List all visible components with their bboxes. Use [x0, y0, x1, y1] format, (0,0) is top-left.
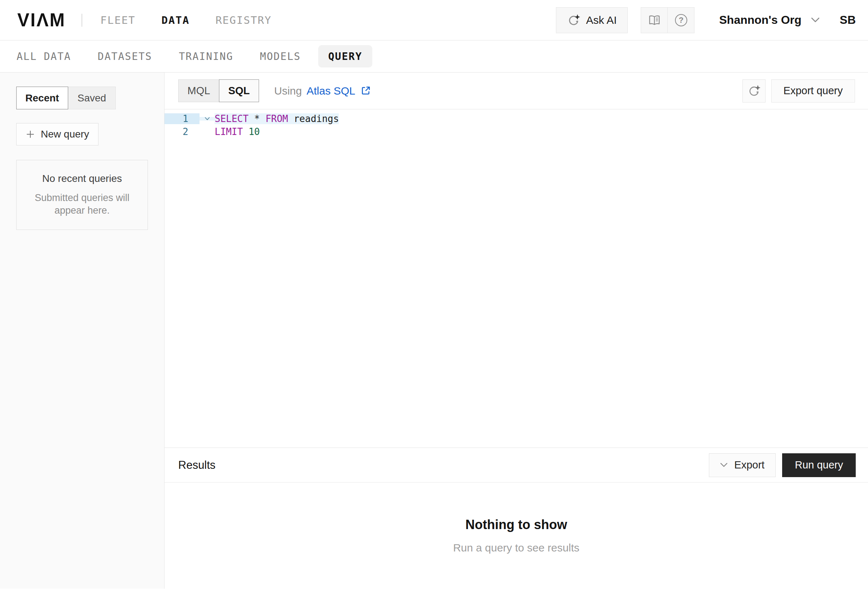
export-query-button[interactable]: Export query: [771, 79, 855, 102]
using-label: Using: [274, 85, 302, 97]
editor-toolbar-right: Export query: [743, 79, 855, 102]
ai-assist-button[interactable]: [743, 79, 766, 102]
line-number: 1: [164, 113, 199, 124]
chevron-down-icon: [811, 17, 820, 23]
tab-recent[interactable]: Recent: [16, 87, 68, 110]
mode-tab-sql[interactable]: SQL: [219, 79, 259, 102]
results-actions: Export Run query: [709, 453, 856, 477]
sql-code-editor[interactable]: 1 SELECT * FROM readings 2 LIMIT 10: [164, 109, 868, 447]
sidebar-tabs: Recent Saved: [16, 87, 148, 110]
plus-icon: [26, 130, 35, 139]
external-link-icon: [360, 85, 371, 96]
subnav-item-datasets[interactable]: DATASETS: [98, 50, 152, 62]
book-icon: [648, 14, 661, 27]
using-atlas-sql: Using Atlas SQL: [274, 85, 371, 97]
code-line-1[interactable]: 1 SELECT * FROM readings: [164, 112, 868, 125]
org-switcher[interactable]: Shannon's Org: [719, 13, 819, 27]
topnav-links: FLEET DATA REGISTRY: [100, 14, 272, 26]
subnav-item-all-data[interactable]: ALL DATA: [16, 50, 71, 62]
top-nav: VIΛM FLEET DATA REGISTRY Ask AI: [0, 0, 868, 40]
help-icon: ?: [675, 14, 687, 26]
run-query-button[interactable]: Run query: [782, 453, 856, 477]
editor-toolbar: MQL SQL Using Atlas SQL: [164, 73, 868, 109]
results-empty-subtitle: Run a query to see results: [453, 542, 579, 554]
query-sidebar: Recent Saved New query No recent queries…: [0, 73, 164, 589]
subnav-item-training[interactable]: TRAINING: [179, 50, 233, 62]
results-empty-title: Nothing to show: [465, 517, 567, 532]
topnav-item-fleet[interactable]: FLEET: [100, 14, 135, 26]
atlas-sql-link-label: Atlas SQL: [307, 85, 355, 97]
data-subnav: ALL DATA DATASETS TRAINING MODELS QUERY: [0, 40, 868, 73]
subnav-item-models[interactable]: MODELS: [260, 50, 301, 62]
subnav-item-query[interactable]: QUERY: [318, 45, 372, 68]
ask-ai-button[interactable]: Ask AI: [556, 7, 628, 33]
ai-sparkle-icon: [567, 14, 580, 27]
ai-sparkle-icon: [747, 84, 760, 98]
export-results-button[interactable]: Export: [709, 453, 776, 477]
help-icon-group: ?: [641, 7, 694, 33]
code-line-2[interactable]: 2 LIMIT 10: [164, 125, 868, 138]
results-empty-state: Nothing to show Run a query to see resul…: [164, 482, 868, 589]
new-query-label: New query: [41, 129, 89, 140]
topnav-item-registry[interactable]: REGISTRY: [216, 14, 272, 26]
viam-logo[interactable]: VIΛM: [17, 9, 66, 31]
user-avatar[interactable]: SB: [840, 13, 856, 27]
mode-tab-mql[interactable]: MQL: [178, 79, 219, 102]
results-header: Results Export Run query: [164, 447, 868, 482]
chevron-down-icon: [720, 463, 728, 468]
docs-button[interactable]: [641, 7, 667, 33]
empty-state-subtitle: Submitted queries will appear here.: [27, 192, 137, 217]
code-text: SELECT * FROM readings: [215, 113, 339, 124]
tab-saved[interactable]: Saved: [68, 87, 116, 110]
new-query-button[interactable]: New query: [16, 123, 99, 145]
ask-ai-label: Ask AI: [586, 14, 617, 26]
topnav-divider: [81, 14, 82, 27]
results-title: Results: [178, 459, 216, 472]
code-text: LIMIT 10: [215, 126, 260, 137]
page-body: Recent Saved New query No recent queries…: [0, 73, 868, 589]
fold-chevron-icon[interactable]: [199, 117, 215, 121]
viam-data-query-app: VIΛM FLEET DATA REGISTRY Ask AI: [0, 0, 868, 589]
line-number: 2: [164, 126, 199, 137]
export-results-label: Export: [734, 459, 765, 471]
topnav-right: Ask AI ? Shannon: [556, 7, 856, 33]
recent-queries-empty-state: No recent queries Submitted queries will…: [16, 160, 148, 230]
empty-state-title: No recent queries: [42, 173, 122, 184]
topnav-item-data[interactable]: DATA: [162, 14, 190, 26]
atlas-sql-link[interactable]: Atlas SQL: [307, 85, 371, 97]
help-button[interactable]: ?: [668, 7, 694, 33]
query-main: MQL SQL Using Atlas SQL: [164, 73, 868, 589]
org-name: Shannon's Org: [719, 13, 801, 27]
